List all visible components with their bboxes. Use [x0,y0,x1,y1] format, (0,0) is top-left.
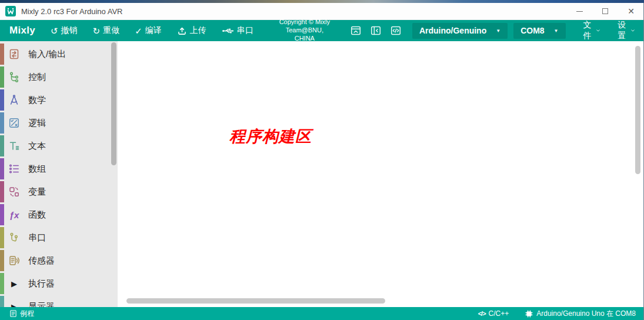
maximize-icon [602,8,608,14]
sidebar-item-label: 执行器 [28,278,55,289]
redo-label: 重做 [103,25,119,36]
panel-collapse-up-icon [350,25,362,36]
math-compass-icon [8,94,20,106]
undo-icon: ↺ [51,26,58,35]
category-stripe [0,296,4,307]
sidebar-item-io[interactable]: 输入/输出 [0,44,118,65]
canvas-horizontal-scrollbar-thumb[interactable] [126,298,385,304]
chevron-down-icon [596,29,600,32]
category-stripe [0,273,4,294]
category-stripe [0,204,4,225]
port-dropdown[interactable]: COM8 ▼ [513,23,565,39]
examples-button[interactable]: 例程 [9,309,34,319]
upload-label: 上传 [190,25,206,36]
show-code-button[interactable] [390,24,402,37]
category-stripe [0,44,4,65]
board-status: Arduino/Genuino Uno 在 COM8 [525,309,636,319]
settings-menu-label: 设置 [618,20,629,41]
category-stripe [0,89,4,111]
io-icon [8,48,20,60]
sidebar-item-label: 数学 [28,95,46,106]
upload-icon [177,26,187,36]
sidebar-item-serial[interactable]: 串口 [0,227,118,248]
serial-button[interactable]: 串口 [222,25,253,36]
workspace-canvas[interactable]: 程序构建区 [118,41,644,307]
sidebar-scrollbar-thumb[interactable] [111,42,116,165]
category-stripe [0,158,4,179]
canvas-vertical-scrollbar-thumb[interactable] [635,46,640,174]
copyright-text: Copyright © Mixly Team@BNU, CHINA [268,18,342,42]
compile-check-icon: ✓ [135,26,142,35]
titlebar: Mixly 2.0 rc3 For Arduino AVR ✕ [0,3,644,20]
undo-label: 撤销 [61,25,78,36]
close-button[interactable]: ✕ [618,3,644,19]
toggle-toolbox-button[interactable] [350,24,362,37]
text-icon [8,140,20,152]
upload-button[interactable]: 上传 [177,25,206,36]
sidebar-item-label: 文本 [28,141,46,152]
settings-menu[interactable]: 设置 [618,20,635,41]
sidebar-item-label: 串口 [28,232,46,244]
sidebar-item-control[interactable]: 控制 [0,66,118,88]
mixly-window: Mixly 2.0 rc3 For Arduino AVR ✕ Mixly ↺ … [0,3,644,320]
compile-button[interactable]: ✓ 编译 [135,25,162,36]
serial-label: 串口 [237,25,253,36]
maximize-button[interactable] [592,3,618,19]
sidebar-item-variable[interactable]: 变量 [0,181,118,202]
chip-icon [525,310,533,318]
sidebar-item-label: 数组 [28,164,46,175]
statusbar: 例程 </> C/C++ Arduino/Genuino Uno 在 COM8 [0,307,644,320]
main-toolbar: Mixly ↺ 撤销 ↻ 重做 ✓ 编译 上传 串口 [0,20,644,41]
window-controls: ✕ [566,3,644,19]
workspace-watermark: 程序构建区 [206,126,335,147]
language-label: C/C++ [489,309,509,318]
compile-label: 编译 [145,25,162,36]
array-list-icon [8,163,20,175]
file-menu[interactable]: 文件 [583,20,600,41]
sidebar-item-actuator[interactable]: ▶ 执行器 [0,273,118,294]
undo-button[interactable]: ↺ 撤销 [51,25,78,36]
sensor-icon [8,255,20,266]
sidebar-item-label: 输入/输出 [28,49,66,60]
file-menu-label: 文件 [583,20,595,41]
panel-collapse-left-icon [370,25,382,36]
sidebar-item-sensor[interactable]: 传感器 [0,250,118,271]
sidebar-item-display[interactable]: ▶ 显示器 [0,296,118,307]
chevron-down-icon: ▼ [554,28,559,34]
variable-icon [8,186,20,198]
sidebar-item-math[interactable]: 数学 [0,89,118,111]
examples-label: 例程 [20,309,34,319]
sidebar-item-label: 变量 [28,186,46,198]
sidebar-item-logic[interactable]: 逻辑 [0,112,118,134]
code-language-toggle[interactable]: </> C/C++ [478,309,509,318]
sidebar-item-label: 传感器 [28,255,55,266]
redo-button[interactable]: ↻ 重做 [93,25,120,36]
category-stripe [0,250,4,271]
logic-icon [8,117,20,129]
sidebar-item-label: 显示器 [28,301,55,308]
redo-icon: ↻ [93,26,101,35]
document-icon [9,309,17,318]
sidebar-item-label: 逻辑 [28,118,46,129]
chevron-down-icon: ▼ [496,28,500,34]
port-dropdown-value: COM8 [520,26,544,35]
sidebar-item-array[interactable]: 数组 [0,158,118,179]
board-dropdown[interactable]: Arduino/Genuino ▼ [412,23,508,39]
minimize-icon [576,11,583,12]
board-status-label: Arduino/Genuino Uno 在 COM8 [536,309,636,319]
content-area: 输入/输出 控制 数学 逻辑 [0,41,644,307]
brand-label: Mixly [9,25,35,36]
triangle-expand-icon: ▶ [8,301,20,307]
usb-serial-icon [222,27,234,35]
minimize-button[interactable] [566,3,592,19]
copyright-line1: Copyright © Mixly Team@BNU, [268,18,342,35]
window-title: Mixly 2.0 rc3 For Arduino AVR [21,7,122,16]
sidebar-item-function[interactable]: ƒx 函数 [0,204,118,225]
code-panel-icon [390,25,402,36]
mixly-logo-icon [5,6,16,16]
category-stripe [0,66,4,88]
category-stripe [0,135,4,156]
collapse-sidebar-button[interactable] [370,24,382,37]
sidebar-item-text[interactable]: 文本 [0,135,118,156]
control-icon [8,71,20,83]
